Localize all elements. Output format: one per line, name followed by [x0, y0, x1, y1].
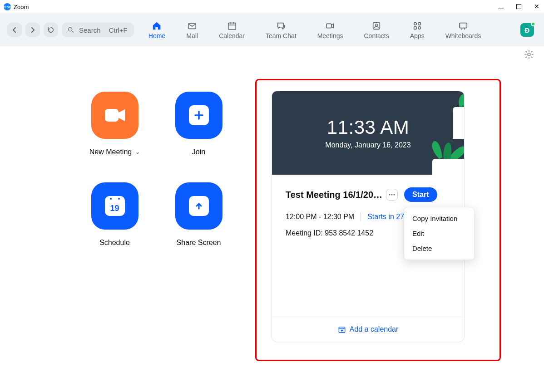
gear-icon — [524, 49, 534, 59]
tab-meetings[interactable]: Meetings — [317, 21, 343, 39]
whiteboard-icon — [457, 21, 469, 31]
svg-rect-7 — [326, 24, 331, 28]
start-meeting-button[interactable]: Start — [404, 187, 437, 202]
new-meeting-label: New Meeting — [89, 148, 132, 156]
schedule-day-number: 19 — [110, 204, 119, 213]
svg-point-17 — [528, 53, 530, 56]
svg-point-22 — [391, 194, 393, 196]
plant-decor-icon — [414, 125, 464, 175]
menu-edit[interactable]: Edit — [404, 226, 474, 241]
tab-home[interactable]: Home — [148, 21, 165, 39]
meeting-time-range: 12:00 PM - 12:30 PM — [286, 213, 354, 221]
presence-indicator-icon — [531, 22, 535, 26]
search-icon — [67, 26, 74, 34]
tab-mail-label: Mail — [186, 32, 198, 39]
menu-delete[interactable]: Delete — [404, 241, 474, 256]
clock-time: 11:33 AM — [327, 117, 409, 138]
svg-rect-14 — [460, 23, 467, 28]
share-screen-button[interactable] — [175, 182, 223, 230]
tab-whiteboards-label: Whiteboards — [445, 32, 481, 39]
search-shortcut: Ctrl+F — [109, 26, 128, 34]
video-icon — [103, 106, 127, 124]
chat-icon — [275, 21, 287, 31]
profile-avatar[interactable]: Đ — [520, 23, 534, 37]
add-calendar-link[interactable]: Add a calendar — [272, 317, 464, 333]
tab-calendar-label: Calendar — [219, 32, 245, 39]
tab-contacts-label: Contacts — [364, 32, 389, 39]
meeting-title: Test Meeting 16/1/20… — [286, 190, 382, 200]
join-button[interactable] — [175, 92, 223, 139]
chevron-down-icon[interactable]: ⌄ — [135, 149, 140, 155]
svg-rect-18 — [105, 109, 119, 122]
add-calendar-label: Add a calendar — [350, 325, 399, 333]
menu-copy-invitation[interactable]: Copy Invitation — [404, 211, 474, 226]
svg-point-9 — [376, 24, 378, 26]
mail-icon — [186, 21, 198, 31]
tab-apps-label: Apps — [410, 32, 425, 39]
svg-point-10 — [414, 22, 416, 25]
share-screen-label: Share Screen — [177, 239, 221, 247]
ellipsis-icon — [389, 194, 395, 196]
svg-point-0 — [69, 28, 72, 31]
search-placeholder: Search — [79, 26, 101, 34]
new-meeting-button[interactable] — [91, 92, 138, 139]
svg-point-21 — [389, 194, 391, 196]
nav-forward-button[interactable] — [25, 23, 40, 37]
contacts-icon — [371, 21, 382, 31]
window-maximize-button[interactable] — [516, 4, 521, 10]
calendar-add-icon — [338, 325, 346, 333]
plus-icon — [189, 105, 209, 125]
tab-team-chat-label: Team Chat — [266, 32, 297, 39]
main-toolbar: Search Ctrl+F Home Mail Calendar Team — [0, 14, 544, 46]
svg-rect-20 — [432, 159, 464, 175]
tab-meetings-label: Meetings — [317, 32, 343, 39]
tab-home-label: Home — [148, 32, 165, 39]
apps-icon — [411, 21, 423, 31]
tab-team-chat[interactable]: Team Chat — [266, 21, 297, 39]
svg-rect-11 — [418, 22, 421, 25]
chevron-left-icon — [12, 27, 17, 33]
arrow-up-icon — [189, 196, 209, 216]
tab-whiteboards[interactable]: Whiteboards — [445, 21, 481, 39]
search-box[interactable]: Search Ctrl+F — [62, 23, 134, 37]
window-minimize-button[interactable] — [498, 4, 504, 10]
meeting-context-menu: Copy Invitation Edit Delete — [404, 207, 475, 260]
meetings-icon — [324, 21, 336, 31]
clock-date: Monday, January 16, 2023 — [325, 141, 410, 149]
avatar-letter: Đ — [525, 26, 530, 34]
upcoming-meetings-card: 11:33 AM Monday, January 16, 2023 Test M… — [272, 91, 465, 342]
tab-mail[interactable]: Mail — [186, 21, 198, 39]
tab-contacts[interactable]: Contacts — [364, 21, 389, 39]
join-label: Join — [192, 148, 205, 156]
window-close-button[interactable]: ✕ — [534, 3, 539, 10]
window-title: Zoom — [14, 4, 29, 10]
calendar-icon — [226, 21, 238, 31]
divider — [361, 213, 361, 221]
calendar-day-icon: 19 — [105, 196, 125, 216]
history-button[interactable] — [44, 23, 58, 37]
schedule-label: Schedule — [99, 239, 130, 247]
svg-line-1 — [72, 31, 73, 32]
home-icon — [151, 21, 163, 31]
svg-point-23 — [394, 194, 395, 196]
nav-back-button[interactable] — [7, 23, 22, 37]
tab-calendar[interactable]: Calendar — [219, 21, 245, 39]
history-icon — [47, 26, 55, 34]
svg-rect-3 — [228, 23, 236, 29]
schedule-button[interactable]: 19 — [91, 182, 138, 230]
zoom-logo-icon: zoom — [4, 3, 11, 10]
chevron-right-icon — [30, 27, 35, 33]
tab-apps[interactable]: Apps — [410, 21, 425, 39]
meeting-more-button[interactable] — [386, 189, 398, 201]
svg-rect-12 — [414, 26, 416, 29]
title-bar: zoom Zoom ✕ — [0, 0, 544, 14]
settings-button[interactable] — [524, 49, 534, 61]
svg-point-13 — [418, 26, 421, 29]
